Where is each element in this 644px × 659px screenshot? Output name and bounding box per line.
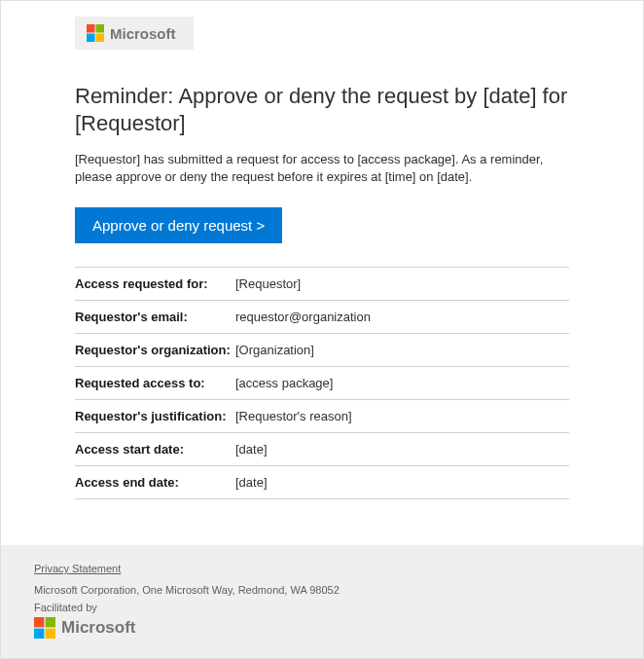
footer-logo-text: Microsoft — [61, 618, 136, 638]
table-row: Access start date: [date] — [75, 433, 569, 466]
facilitated-by-label: Facilitated by — [34, 602, 610, 613]
detail-value: [date] — [235, 433, 569, 466]
table-row: Requestor's justification: [Requestor's … — [75, 400, 569, 433]
table-row: Access requested for: [Requestor] — [75, 268, 569, 301]
email-card: Microsoft Reminder: Approve or deny the … — [0, 0, 644, 659]
svg-rect-7 — [46, 629, 55, 639]
header-logo-text: Microsoft — [110, 25, 176, 42]
svg-rect-2 — [87, 34, 95, 43]
footer-address: Microsoft Corporation, One Microsoft Way… — [34, 584, 610, 596]
detail-label: Requestor's organization: — [75, 334, 235, 367]
svg-rect-1 — [96, 24, 105, 33]
detail-label: Requested access to: — [75, 367, 235, 400]
page-title: Reminder: Approve or deny the request by… — [75, 83, 569, 137]
svg-rect-0 — [87, 24, 95, 33]
microsoft-logo-icon — [34, 617, 55, 639]
detail-label: Access requested for: — [75, 268, 235, 301]
details-table: Access requested for: [Requestor] Reques… — [75, 267, 569, 499]
svg-rect-3 — [96, 34, 105, 43]
microsoft-logo-icon — [87, 24, 104, 42]
detail-value: [Organization] — [235, 334, 569, 367]
privacy-link[interactable]: Privacy Statement — [34, 563, 121, 574]
table-row: Requestor's organization: [Organization] — [75, 334, 569, 367]
email-footer: Privacy Statement Microsoft Corporation,… — [1, 545, 643, 658]
email-body: Microsoft Reminder: Approve or deny the … — [1, 17, 643, 499]
header-logo-block: Microsoft — [75, 17, 194, 50]
detail-label: Requestor's email: — [75, 301, 235, 334]
description-text: [Requestor] has submitted a request for … — [75, 151, 569, 186]
table-row: Access end date: [date] — [75, 466, 569, 499]
svg-rect-5 — [46, 617, 55, 627]
footer-logo-block: Microsoft — [34, 617, 136, 639]
detail-value: [Requestor] — [235, 268, 569, 301]
detail-value: [access package] — [235, 367, 569, 400]
svg-rect-4 — [34, 617, 44, 627]
detail-value: [Requestor's reason] — [235, 400, 569, 433]
table-row: Requestor's email: requestor@organizatio… — [75, 301, 569, 334]
detail-value: [date] — [235, 466, 569, 499]
detail-label: Access end date: — [75, 466, 235, 499]
approve-deny-button[interactable]: Approve or deny request > — [75, 207, 282, 243]
detail-value: requestor@organization — [235, 301, 569, 334]
detail-label: Access start date: — [75, 433, 235, 466]
table-row: Requested access to: [access package] — [75, 367, 569, 400]
svg-rect-6 — [34, 629, 44, 639]
detail-label: Requestor's justification: — [75, 400, 235, 433]
